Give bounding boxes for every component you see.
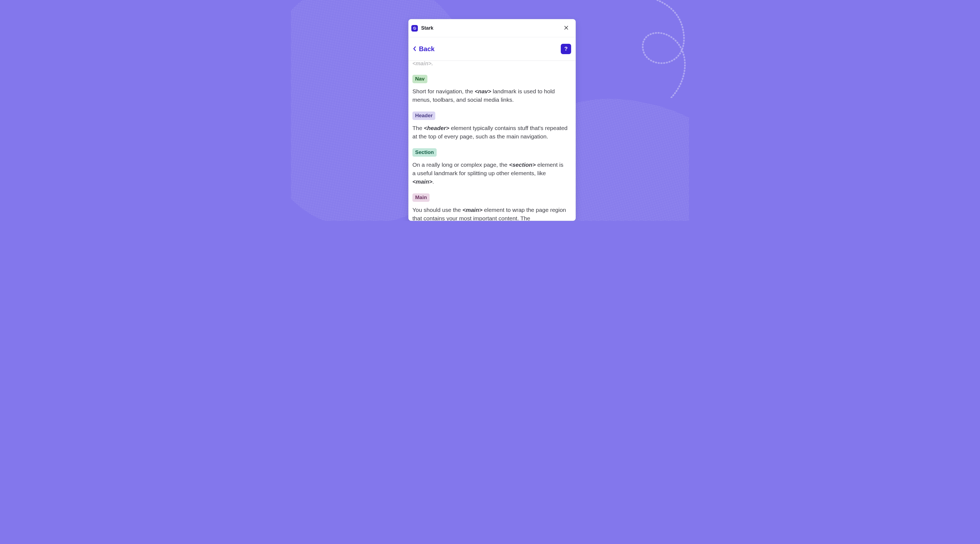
help-icon: ? (564, 46, 568, 52)
decorative-loop (585, 0, 689, 98)
toolbar: Back ? (409, 37, 576, 61)
help-button[interactable]: ? (561, 44, 571, 54)
landmark-entry-header: Header The <header> element typically co… (412, 111, 568, 141)
titlebar: Stark (409, 19, 576, 37)
close-button[interactable] (561, 24, 571, 33)
desc-main: You should use the <main> element to wra… (412, 206, 568, 220)
desc-section: On a really long or complex page, the <s… (412, 160, 568, 186)
tag-nav: Nav (412, 75, 427, 83)
partial-previous-entry: <main>. (412, 61, 568, 67)
stark-logo-icon (411, 25, 418, 32)
app-stage: Stark Back (291, 0, 689, 221)
tag-header: Header (412, 111, 435, 120)
tag-section: Section (412, 148, 437, 157)
back-label: Back (419, 45, 434, 53)
landmark-entry-main: Main You should use the <main> element t… (412, 193, 568, 220)
desc-nav: Short for navigation, the <nav> landmark… (412, 87, 568, 104)
stark-panel: Stark Back (408, 19, 576, 221)
chevron-left-icon (413, 45, 416, 53)
desc-header: The <header> element typically contains … (412, 124, 568, 141)
landmark-entry-nav: Nav Short for navigation, the <nav> land… (412, 75, 568, 104)
landmark-entry-section: Section On a really long or complex page… (412, 148, 568, 186)
close-icon (563, 25, 569, 32)
tag-main: Main (412, 193, 430, 202)
svg-line-1 (414, 27, 416, 29)
back-button[interactable]: Back (411, 44, 436, 54)
partial-text: <main>. (412, 61, 433, 67)
app-title: Stark (421, 25, 433, 31)
content-scroll[interactable]: <main>. Nav Short for navigation, the <n… (409, 61, 576, 220)
